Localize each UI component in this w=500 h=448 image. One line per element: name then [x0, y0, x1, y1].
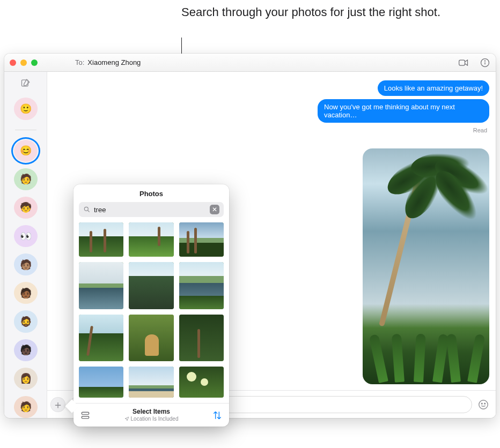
close-window-button[interactable] [10, 59, 16, 66]
photos-popover: Photos tree ✕ [73, 184, 229, 427]
sidebar-contact[interactable]: 🧒 [14, 197, 38, 219]
svg-point-2 [485, 61, 486, 61]
sidebar-contact[interactable]: 🧑🏿 [14, 339, 38, 361]
sent-message-bubble[interactable]: Now you've got me thinking about my next… [318, 99, 489, 123]
photos-search-field[interactable]: tree ✕ [79, 202, 224, 217]
minimize-window-button[interactable] [20, 59, 27, 66]
read-status: Read [473, 127, 487, 133]
sent-message-bubble[interactable]: Looks like an amazing getaway! [378, 80, 489, 96]
to-field: To: Xiaomeng Zhong [75, 58, 141, 66]
photos-grid [73, 222, 229, 403]
recipient-name[interactable]: Xiaomeng Zhong [87, 58, 141, 66]
search-icon [83, 206, 91, 213]
photo-thumbnail[interactable] [129, 222, 173, 257]
photo-thumbnail[interactable] [179, 262, 224, 309]
emoji-picker-button[interactable] [476, 398, 490, 412]
sidebar-contact[interactable]: 🧑🏾 [14, 282, 38, 304]
info-icon[interactable] [480, 57, 490, 68]
svg-point-6 [484, 403, 486, 404]
sidebar-contact-selected[interactable]: 😊 [14, 140, 38, 162]
popover-footer: Select Items Location Is Included [73, 403, 229, 427]
photo-thumbnail[interactable] [79, 367, 123, 398]
sidebar-contact[interactable]: 👩 [14, 368, 38, 390]
popover-title: Photos [73, 184, 229, 202]
window-titlebar: To: Xiaomeng Zhong [4, 54, 496, 72]
sidebar-contact[interactable]: 🧑 [14, 168, 38, 190]
svg-point-4 [479, 400, 488, 409]
clear-search-button[interactable]: ✕ [210, 205, 219, 214]
pinned-contact[interactable]: 🙂 [14, 98, 38, 120]
stacks-icon[interactable] [80, 410, 91, 421]
sidebar-contact[interactable]: 👀 [14, 225, 38, 247]
photo-thumbnail[interactable] [129, 315, 173, 361]
svg-point-5 [481, 403, 482, 404]
received-photo-attachment[interactable] [363, 148, 489, 384]
photo-thumbnail[interactable] [129, 262, 173, 309]
photo-thumbnail[interactable] [129, 367, 173, 398]
sidebar-contact[interactable]: 🧑 [14, 396, 38, 418]
annotation-caption: Search through your photos for just the … [181, 4, 440, 20]
svg-rect-8 [82, 412, 89, 414]
sidebar-contact[interactable]: 🧑🏽 [14, 253, 38, 275]
photo-thumbnail[interactable] [79, 315, 123, 361]
photo-thumbnail[interactable] [179, 222, 224, 257]
search-text: tree [94, 206, 106, 214]
apps-button[interactable]: ＋ [50, 397, 65, 412]
conversation-sidebar: 🙂 😊 🧑 🧒 👀 🧑🏽 🧑🏾 🧔 🧑🏿 👩 🧑 [4, 72, 47, 418]
svg-point-7 [84, 207, 88, 211]
zoom-window-button[interactable] [31, 59, 38, 66]
to-label: To: [75, 58, 84, 66]
svg-rect-9 [82, 416, 89, 418]
sidebar-separator [15, 130, 36, 130]
photo-thumbnail[interactable] [179, 367, 224, 398]
compose-button[interactable] [19, 77, 32, 89]
svg-rect-0 [459, 60, 465, 65]
location-included-label: Location Is Included [124, 416, 179, 422]
traffic-lights [10, 59, 38, 66]
sort-icon[interactable] [212, 410, 223, 421]
select-items-label[interactable]: Select Items [124, 408, 179, 416]
photo-thumbnail[interactable] [179, 315, 224, 362]
sidebar-contact[interactable]: 🧔 [14, 310, 38, 332]
photo-thumbnail[interactable] [79, 222, 123, 257]
facetime-icon[interactable] [458, 57, 469, 68]
photo-thumbnail[interactable] [79, 262, 123, 309]
